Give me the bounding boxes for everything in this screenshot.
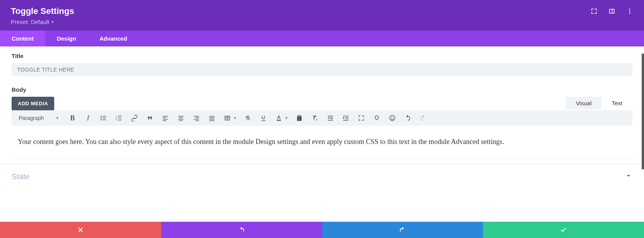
resize-icon[interactable] — [591, 8, 598, 15]
redo-button[interactable] — [322, 222, 483, 238]
svg-rect-19 — [179, 116, 184, 117]
svg-rect-32 — [328, 116, 333, 116]
preset-label: Preset: Default — [11, 19, 49, 25]
underline-icon[interactable] — [259, 114, 268, 122]
title-label: Title — [12, 53, 632, 59]
table-dropdown[interactable]: ▼ — [223, 114, 237, 122]
align-justify-icon[interactable] — [208, 114, 216, 122]
fullscreen-icon[interactable] — [357, 114, 366, 122]
align-left-icon[interactable] — [161, 114, 170, 122]
main-tabs: Content Design Advanced — [0, 31, 644, 46]
blockquote-icon[interactable] — [146, 114, 154, 122]
panel-icon[interactable] — [608, 8, 615, 15]
more-vertical-icon[interactable] — [626, 8, 633, 15]
text-color-dropdown[interactable]: ▼ — [275, 114, 288, 122]
tab-design[interactable]: Design — [45, 31, 88, 46]
svg-rect-31 — [277, 120, 281, 121]
paste-icon[interactable] — [295, 114, 304, 122]
svg-rect-38 — [345, 119, 349, 120]
link-icon[interactable] — [130, 114, 139, 122]
svg-point-5 — [101, 118, 102, 119]
tab-advanced[interactable]: Advanced — [88, 31, 139, 46]
tab-content[interactable]: Content — [0, 31, 45, 46]
svg-rect-6 — [103, 118, 106, 118]
outdent-icon[interactable] — [326, 114, 335, 122]
undo-icon[interactable] — [404, 114, 412, 122]
align-center-icon[interactable] — [177, 114, 185, 122]
editor-tab-text[interactable]: Text — [601, 97, 632, 110]
section-state-label: State — [12, 172, 30, 181]
svg-point-0 — [629, 9, 630, 10]
title-input[interactable] — [12, 63, 632, 76]
modal-header: Toggle Settings Preset: Default ▼ — [0, 0, 644, 31]
header-left: Toggle Settings Preset: Default ▼ — [11, 6, 74, 25]
align-right-icon[interactable] — [192, 114, 201, 122]
svg-point-1 — [629, 11, 630, 12]
strikethrough-icon[interactable] — [244, 114, 252, 122]
format-dropdown-label: Paragraph — [19, 115, 44, 121]
svg-rect-10 — [118, 116, 122, 116]
svg-rect-33 — [330, 117, 333, 118]
add-media-button[interactable]: ADD MEDIA — [12, 97, 54, 110]
indent-icon[interactable] — [342, 114, 350, 122]
caret-down-icon: ▼ — [285, 116, 288, 120]
text-color-icon — [275, 114, 283, 122]
svg-rect-12 — [118, 118, 122, 118]
svg-rect-16 — [163, 118, 167, 118]
svg-rect-18 — [163, 120, 167, 121]
scrollbar[interactable] — [642, 53, 644, 170]
bold-icon[interactable]: B — [68, 114, 77, 122]
editor-content[interactable]: Your content goes here. You can also sty… — [12, 126, 632, 159]
svg-rect-37 — [345, 117, 349, 118]
clear-formatting-icon[interactable] — [311, 114, 319, 122]
svg-point-41 — [391, 117, 392, 118]
italic-icon[interactable]: I — [84, 114, 92, 122]
save-button[interactable] — [483, 222, 644, 238]
numbered-list-icon[interactable]: 123 — [115, 114, 123, 122]
editor-mode-tabs: Visual Text — [566, 97, 632, 110]
svg-rect-22 — [179, 120, 183, 121]
svg-rect-8 — [103, 120, 106, 120]
svg-rect-17 — [163, 119, 168, 120]
cancel-button[interactable] — [0, 222, 161, 238]
svg-text:3: 3 — [116, 118, 117, 121]
svg-rect-26 — [196, 120, 199, 121]
special-char-icon[interactable] — [373, 114, 381, 122]
caret-down-icon: ▼ — [55, 116, 59, 120]
svg-point-42 — [393, 117, 393, 118]
body-label: Body — [12, 86, 632, 93]
caret-down-icon: ▼ — [233, 116, 237, 120]
caret-down-icon: ▼ — [51, 20, 54, 24]
close-icon — [77, 226, 84, 233]
svg-rect-15 — [163, 116, 168, 117]
redo-icon — [399, 226, 406, 233]
svg-rect-21 — [179, 119, 184, 120]
section-state[interactable]: State — [0, 164, 644, 185]
svg-rect-28 — [210, 118, 215, 118]
body-section: Body ADD MEDIA Visual Text Paragraph ▼ B… — [12, 86, 632, 159]
redo-icon[interactable] — [419, 114, 428, 122]
svg-rect-34 — [330, 119, 333, 120]
preset-dropdown[interactable]: Preset: Default ▼ — [11, 19, 74, 25]
svg-rect-27 — [210, 116, 215, 117]
form-area: Title Body ADD MEDIA Visual Text Paragra… — [0, 46, 644, 164]
svg-point-3 — [101, 116, 102, 117]
check-icon — [560, 226, 567, 233]
svg-rect-35 — [328, 120, 333, 121]
svg-point-2 — [629, 13, 630, 14]
svg-rect-23 — [194, 116, 199, 117]
svg-point-7 — [101, 119, 102, 120]
format-dropdown[interactable]: Paragraph ▼ — [16, 113, 61, 123]
body-controls: ADD MEDIA Visual Text — [12, 97, 632, 110]
editor-tab-visual[interactable]: Visual — [566, 97, 602, 110]
svg-point-40 — [390, 115, 395, 121]
bullet-list-icon[interactable] — [99, 114, 108, 122]
svg-rect-4 — [103, 116, 106, 117]
emoji-icon[interactable] — [388, 114, 397, 122]
modal-footer — [0, 222, 644, 238]
svg-rect-36 — [343, 116, 349, 116]
undo-button[interactable] — [161, 222, 322, 238]
page-title: Toggle Settings — [11, 6, 74, 16]
editor-toolbar: Paragraph ▼ B I 123 ▼ ▼ — [12, 110, 632, 126]
chevron-down-icon — [625, 172, 632, 181]
